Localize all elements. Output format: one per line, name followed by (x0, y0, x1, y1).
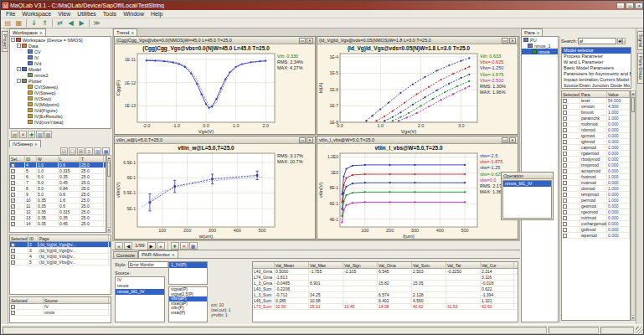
checkbox-checked[interactable]: ✓ (11, 193, 15, 197)
checkbox-unchecked[interactable] (563, 122, 567, 126)
checkbox-unchecked[interactable] (563, 169, 567, 173)
column-header[interactable]: Val_Tar (446, 262, 481, 268)
table-row[interactable]: L45_Sum0.28510.586.4024.5501.321 (253, 298, 518, 304)
tree-item[interactable]: -Model (10, 66, 111, 72)
close-icon[interactable]: ✕ (307, 38, 313, 44)
table-row[interactable]: acnqsmod0.000 (562, 168, 630, 174)
column-header[interactable] (253, 262, 275, 268)
tree-item[interactable]: IV(Step) (10, 95, 111, 101)
table-row[interactable]: ✓85.00.8425.0 (10, 186, 106, 192)
minimize-icon[interactable]: - (616, 3, 625, 9)
scroll-up-icon[interactable]: ▲ (107, 156, 111, 161)
column-header[interactable]: T (80, 156, 104, 162)
checkbox-unchecked[interactable] (563, 105, 567, 109)
list-item[interactable]: vtsat(P) (169, 311, 207, 316)
column-header[interactable]: W (37, 156, 59, 162)
table-row[interactable]: binunit1.000 (562, 110, 630, 116)
grid-icon[interactable]: ▦ (102, 147, 110, 155)
table-row[interactable]: ✓95.00.625.0 (10, 192, 106, 198)
table-row[interactable]: tempmod0.000 (562, 192, 630, 198)
table-row[interactable]: ✓nmos (10, 310, 111, 316)
table-view-icon[interactable]: ▥ (36, 131, 44, 138)
close-page-icon[interactable]: ✕ (180, 242, 188, 250)
list-item[interactable]: nmos_M1_IV (116, 289, 164, 295)
table-row[interactable]: rdsmod0.000 (562, 127, 630, 133)
plot-window-titlebar[interactable]: vtlin_w@L=5.0,T=25.0▭✕ (115, 137, 315, 144)
table-row[interactable]: mtrlmod0.000 (562, 215, 630, 221)
tile-windows-icon[interactable]: ▦ (189, 242, 198, 250)
filter-rows-icon[interactable]: ≡ (85, 147, 93, 155)
column-header[interactable]: Sel... (10, 156, 25, 162)
list-item[interactable]: W and L Parameter (562, 59, 631, 65)
last-page-icon[interactable]: » (157, 242, 165, 250)
table-row[interactable]: cvchargemod0.000 (562, 221, 630, 227)
checkbox-unchecked[interactable] (563, 216, 567, 220)
link-right-icon[interactable]: ▶ (76, 18, 87, 28)
close-icon[interactable]: ✕ (537, 31, 540, 35)
close-icon[interactable]: ✕ (307, 137, 313, 143)
delete-item-icon[interactable]: ✕ (19, 131, 27, 138)
table-row[interactable]: ✓3(Id_Vg)Id_Vgs@v... (10, 248, 111, 254)
checkbox-unchecked[interactable] (563, 128, 567, 132)
columns-icon[interactable]: ▥ (94, 147, 101, 155)
side-tab-para-group[interactable]: Para Group (637, 53, 644, 83)
tab-trend[interactable]: Trend ✕ (113, 28, 137, 36)
first-page-icon[interactable]: « (115, 242, 123, 250)
plot-window-titlebar[interactable]: (Cgg)Cgg_Vgs@vbs=0.0(NMOS)W=45.0 L=45.0 … (115, 37, 315, 44)
column-header[interactable]: Para (580, 91, 607, 97)
checkbox-checked[interactable]: ✓ (11, 204, 15, 209)
menu-file[interactable]: File (3, 10, 18, 18)
close-icon[interactable]: ✕ (39, 31, 43, 35)
list-item[interactable]: Source/Drain Junction Diode Mo... (562, 83, 631, 89)
invert-check-icon[interactable]: ☒ (77, 147, 85, 155)
tree-item[interactable]: nmos2 (10, 72, 111, 78)
table-row[interactable]: ✓110.350.625.0 (10, 204, 106, 209)
table-row[interactable]: paramchk1.000 (562, 116, 630, 121)
table-row[interactable]: version4.300 (562, 104, 630, 110)
table-row[interactable]: rbodymod0.000 (562, 157, 630, 162)
table-row[interactable]: rgeomod0.000 (562, 209, 630, 215)
column-header[interactable]: ID (28, 235, 39, 241)
checkbox-unchecked[interactable] (563, 204, 567, 209)
next-page-icon[interactable]: ▶ (147, 242, 156, 250)
chart-view-icon[interactable]: ▧ (44, 131, 52, 138)
list-item[interactable]: Impact Ionization Current Model P... (562, 77, 631, 83)
add-page-icon[interactable]: ✚ (171, 242, 179, 250)
column-header[interactable]: Val_Cur (481, 262, 514, 268)
table-row[interactable]: L73_Sum22.5025.2113.4514.0840.6231.5342.… (253, 304, 518, 310)
close-icon[interactable]: ✕ (509, 38, 516, 44)
checkbox-unchecked[interactable] (563, 163, 567, 168)
import-data-icon[interactable]: ⇓ (28, 18, 39, 28)
tree-item[interactable]: IV (10, 54, 111, 60)
tree-item[interactable]: IVd (10, 60, 111, 66)
list-item[interactable]: Parameters for Asymmetric and Bi... (562, 71, 631, 77)
checkbox-checked[interactable]: ✓ (11, 198, 15, 203)
maximize-icon[interactable]: ▭ (502, 38, 508, 44)
tab-workspace[interactable]: Workspace ✕ (9, 28, 46, 36)
new-workspace-icon[interactable]: ▤ (3, 18, 13, 28)
checkbox-unchecked[interactable] (563, 187, 567, 191)
table-row[interactable]: ✓41.00.625.0 (10, 162, 106, 168)
checkbox-checked[interactable]: ✓ (11, 260, 15, 265)
tree-expand-icon[interactable]: - (17, 79, 21, 83)
menu-help[interactable]: Help (147, 10, 166, 18)
checkbox-unchecked[interactable] (563, 198, 567, 203)
close-icon[interactable]: ✕ (635, 3, 643, 9)
scroll-down-icon[interactable]: ▼ (107, 227, 111, 232)
checkbox-checked[interactable]: ✓ (11, 181, 15, 185)
uncheck-all-icon[interactable]: ☐ (69, 147, 76, 155)
table-row[interactable]: L74_Gma-1.8133.116 (253, 275, 518, 281)
close-icon[interactable]: ✕ (509, 137, 516, 143)
column-header[interactable]: Source (44, 297, 109, 303)
checkbox-unchecked[interactable] (563, 111, 567, 115)
column-header[interactable]: Page (39, 235, 109, 241)
run-icon[interactable]: ≫ (91, 18, 102, 28)
prev-page-icon[interactable]: ◀ (124, 242, 132, 250)
table-row[interactable]: ✓51.00.31525.0 (10, 168, 106, 174)
plot-window-cgg-vgs[interactable]: (Cgg)Cgg_Vgs@vbs=0.0(NMOS)W=45.0 L=45.0 … (114, 36, 316, 135)
side-tab-signal[interactable]: Signal (637, 31, 644, 50)
table-row[interactable]: igbmod0.000 (562, 139, 630, 145)
maximize-icon[interactable]: ▭ (299, 38, 306, 44)
checkbox-unchecked[interactable] (563, 116, 567, 121)
list-item[interactable]: IV (116, 277, 164, 283)
